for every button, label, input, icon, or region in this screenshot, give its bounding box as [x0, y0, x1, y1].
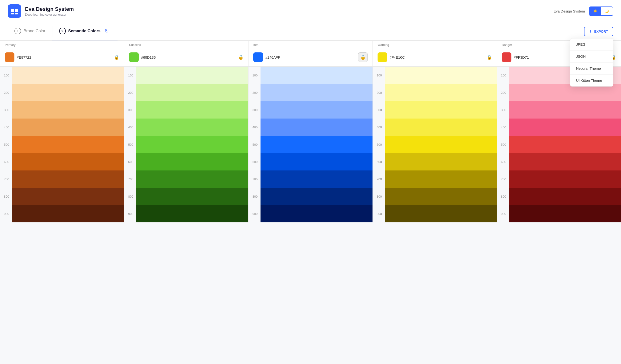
table-row: 600 — [0, 153, 124, 171]
swatch-level-label: 900 — [124, 212, 136, 216]
swatch-level-label: 800 — [497, 195, 509, 198]
lock-icon-primary[interactable]: 🔒 — [114, 54, 119, 60]
swatch-block — [12, 205, 124, 222]
table-row: 800 — [373, 188, 497, 205]
table-row: 200 — [497, 84, 621, 101]
swatch-block — [136, 101, 248, 119]
color-section-success: Success#69D136🔒1002003004005006007008009… — [124, 41, 248, 222]
tab-brand-label: Brand Color — [24, 29, 45, 34]
table-row: 800 — [0, 188, 124, 205]
swatch-block — [136, 153, 248, 171]
color-label-primary: Primary — [0, 41, 124, 48]
swatch-block — [509, 101, 621, 119]
dropdown-item-json[interactable]: JSON — [570, 51, 613, 63]
swatch-level-label: 500 — [373, 143, 385, 146]
swatch-block — [385, 188, 497, 205]
swatch-level-label: 800 — [0, 195, 12, 198]
export-button[interactable]: ⬇ EXPORT — [584, 27, 613, 36]
swatch-block — [260, 171, 373, 188]
swatch-level-label: 800 — [373, 195, 385, 198]
color-label-info: Info — [248, 41, 373, 48]
swatch-block — [509, 188, 621, 205]
tab-semantic-num: 2 — [59, 28, 66, 35]
dropdown-item-nebular[interactable]: Nebular Theme — [570, 63, 613, 74]
swatch-block — [12, 101, 124, 119]
color-input-row-warning: #F4E10C🔒 — [373, 48, 497, 67]
lock-icon-info[interactable]: 🔒 — [358, 52, 368, 62]
table-row: 600 — [124, 153, 248, 171]
color-hex-warning: #F4E10C — [390, 55, 484, 59]
swatch-level-label: 400 — [124, 125, 136, 129]
swatch-level-label: 100 — [497, 74, 509, 77]
app-subtitle: Deep learning color generator — [25, 13, 74, 16]
tab-semantic-colors[interactable]: 2 Semantic Colors ↻ — [52, 22, 118, 40]
table-row: 100 — [0, 67, 124, 84]
swatch-level-label: 400 — [248, 125, 260, 129]
theme-dark-button[interactable]: 🌙 — [601, 7, 613, 15]
swatch-block — [136, 205, 248, 222]
swatch-level-label: 900 — [0, 212, 12, 216]
swatch-block — [260, 101, 373, 119]
table-row: 700 — [497, 171, 621, 188]
swatch-block — [12, 67, 124, 84]
swatch-level-label: 700 — [497, 177, 509, 181]
tabs-left: 1 Brand Color 2 Semantic Colors ↻ — [8, 22, 118, 40]
table-row: 800 — [497, 188, 621, 205]
swatch-block — [385, 101, 497, 119]
tab-brand-color[interactable]: 1 Brand Color — [8, 22, 52, 40]
color-label-warning: Warning — [373, 41, 497, 48]
swatch-block — [12, 171, 124, 188]
table-row: 700 — [248, 171, 373, 188]
export-dropdown: JPEG JSON Nebular Theme UI Kitten Theme — [570, 38, 613, 87]
swatch-block — [385, 84, 497, 101]
table-row: 500 — [124, 136, 248, 153]
color-input-row-primary: #E87722🔒 — [0, 48, 124, 67]
swatch-block — [260, 188, 373, 205]
tab-brand-num: 1 — [15, 28, 21, 35]
table-row: 200 — [373, 84, 497, 101]
swatch-level-label: 500 — [0, 143, 12, 146]
table-row: 600 — [248, 153, 373, 171]
color-input-row-info: #146AFF🔒 — [248, 48, 373, 67]
swatch-block — [12, 136, 124, 153]
table-row: 600 — [497, 153, 621, 171]
swatch-block — [385, 153, 497, 171]
swatch-level-label: 200 — [248, 91, 260, 94]
color-input-row-success: #69D136🔒 — [124, 48, 248, 67]
dropdown-item-uikitten[interactable]: UI Kitten Theme — [570, 74, 613, 86]
color-hex-success: #69D136 — [141, 55, 236, 59]
swatch-block — [136, 188, 248, 205]
swatch-level-label: 300 — [248, 108, 260, 112]
swatch-level-label: 900 — [373, 212, 385, 216]
table-row: 900 — [124, 205, 248, 222]
swatch-block — [12, 188, 124, 205]
swatch-block — [509, 84, 621, 101]
table-row: 800 — [124, 188, 248, 205]
swatch-level-label: 900 — [248, 212, 260, 216]
table-row: 400 — [124, 119, 248, 136]
swatch-level-label: 800 — [248, 195, 260, 198]
table-row: 500 — [0, 136, 124, 153]
swatch-block — [136, 119, 248, 136]
tab-semantic-label: Semantic Colors — [68, 29, 101, 34]
color-swatch-success — [129, 52, 139, 62]
swatch-level-label: 700 — [124, 177, 136, 181]
swatch-block — [12, 119, 124, 136]
swatch-level-label: 100 — [373, 74, 385, 77]
lock-icon-warning[interactable]: 🔒 — [487, 54, 492, 60]
lock-icon-success[interactable]: 🔒 — [238, 54, 243, 60]
swatch-block — [260, 205, 373, 222]
swatch-block — [136, 67, 248, 84]
table-row: 300 — [0, 101, 124, 119]
theme-light-button[interactable]: ☀️ — [589, 7, 601, 15]
swatch-level-label: 300 — [124, 108, 136, 112]
swatch-block — [136, 136, 248, 153]
swatch-level-label: 200 — [497, 91, 509, 94]
swatch-level-label: 700 — [248, 177, 260, 181]
export-label: EXPORT — [594, 30, 608, 34]
dropdown-item-jpeg[interactable]: JPEG — [570, 38, 613, 51]
table-row: 200 — [0, 84, 124, 101]
refresh-button[interactable]: ↻ — [103, 27, 111, 35]
swatch-level-label: 100 — [124, 74, 136, 77]
table-row: 400 — [497, 119, 621, 136]
